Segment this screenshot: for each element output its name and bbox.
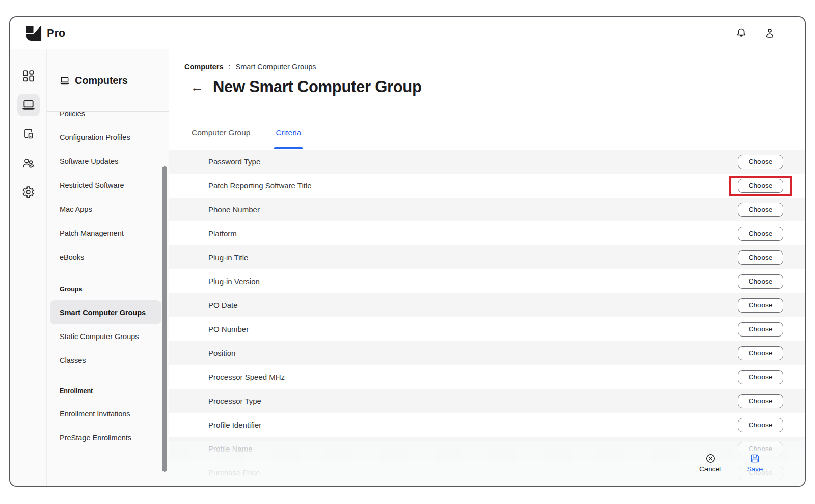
sidebar-item[interactable]: Restricted Software [47,173,169,197]
criteria-label: Plug-in Title [208,253,738,262]
sidebar-item-label: Static Computer Groups [60,330,139,343]
criteria-label: Plug-in Version [208,277,738,286]
sidebar-item[interactable]: Classes [47,348,169,372]
users-icon[interactable] [17,152,40,174]
breadcrumb-current[interactable]: Smart Computer Groups [236,63,316,71]
choose-button[interactable]: Choose [738,250,783,265]
dashboard-icon[interactable] [17,65,40,87]
criteria-row: PO Date Choose [169,293,805,317]
sidebar-item-label: Enrollment Invitations [60,408,130,420]
back-arrow-icon[interactable]: ← [191,80,204,94]
save-floppy-icon [750,454,760,463]
criteria-label: Position [208,349,738,357]
criteria-row: PO Number Choose [169,317,805,341]
notification-bell-icon[interactable] [735,26,748,40]
criteria-label: Processor Speed MHz [208,373,738,381]
user-account-icon[interactable] [763,26,776,40]
criteria-label: PO Number [208,325,738,333]
sidebar-item-label: Mac Apps [60,203,92,215]
sidebar-item[interactable]: Configuration Profiles [47,125,169,149]
criteria-row: Processor Speed MHz Choose [169,365,805,389]
choose-button[interactable]: Choose [738,394,783,408]
sidebar-item[interactable]: Groups [47,282,169,297]
app-body: Policies Configuration Profiles Software… [10,49,805,486]
save-button[interactable]: Save [742,454,768,473]
criteria-row: Position Choose [169,341,805,365]
sidebar-item[interactable]: Enrollment Invitations [47,402,169,426]
settings-gear-icon[interactable] [17,181,40,203]
criteria-row: Phone Number Choose [169,198,805,221]
sidebar-item-label: Smart Computer Groups [60,306,146,319]
criteria-label: Patch Reporting Software Title [208,181,738,190]
criteria-label: Phone Number [208,205,738,214]
criteria-label: Password Type [208,157,738,166]
page-title: New Smart Computer Group [213,78,422,96]
breadcrumb-separator: : [229,63,231,71]
app-logo-text: Pro [47,26,65,40]
criteria-row: Plug-in Version Choose [169,269,805,293]
tab[interactable]: Computer Group [192,128,250,149]
criteria-row: Patch Reporting Software Title Choose [169,174,805,198]
tab-bar: Computer Group Criteria [169,109,805,149]
criteria-row: Platform Choose [169,221,805,245]
sidebar-item[interactable]: Enrollment [47,383,169,399]
sidebar-item-label: PreStage Enrollments [60,432,131,444]
choose-button[interactable]: Choose [738,346,783,360]
tab-label: Criteria [276,128,301,137]
app-logo: Pro [25,25,65,42]
main-content: Computers : Smart Computer Groups ← New … [169,49,805,486]
criteria-label: Platform [208,229,738,238]
tab[interactable]: Criteria [276,128,301,149]
tab-label: Computer Group [192,128,250,137]
criteria-label: PO Date [208,301,738,310]
choose-button[interactable]: Choose [738,370,783,384]
cancel-label: Cancel [699,465,721,473]
sidebar-item[interactable]: Static Computer Groups [47,324,169,348]
action-footer: Cancel Save [169,441,805,486]
sidebar-header: Computers [47,49,169,112]
choose-button[interactable]: Choose [738,227,783,241]
criteria-label: Profile Identifier [208,421,738,429]
icon-rail [10,49,47,486]
criteria-row: Processor Type Choose [169,389,805,413]
cancel-button[interactable]: Cancel [697,454,723,473]
sidebar-item-label: Patch Management [60,227,124,239]
sidebar-item[interactable]: PreStage Enrollments [47,426,169,450]
choose-button[interactable]: Choose [738,322,783,337]
choose-button[interactable]: Choose [738,418,783,432]
sidebar-item-label: eBooks [60,251,84,263]
criteria-row: Plug-in Title Choose [169,245,805,269]
breadcrumb: Computers : Smart Computer Groups [184,63,316,71]
choose-button[interactable]: Choose [738,274,783,289]
computers-icon[interactable] [17,94,40,116]
save-label: Save [747,465,763,473]
criteria-row: Password Type Choose [169,150,805,174]
sidebar-item[interactable]: Patch Management [47,221,169,245]
laptop-icon [60,75,70,86]
breadcrumb-parent[interactable]: Computers [184,63,224,71]
sidebar-list: Policies Configuration Profiles Software… [47,49,169,486]
criteria-label: Processor Type [208,397,738,405]
choose-button[interactable]: Choose [738,298,783,313]
header-actions [735,26,776,40]
sidebar-item-label: Restricted Software [60,179,124,191]
sidebar-item-label: Classes [60,354,86,367]
sidebar-title: Computers [75,75,128,87]
sidebar-item-label: Enrollment [60,385,93,397]
sidebar-item-label: Configuration Profiles [60,131,130,144]
choose-button[interactable]: Choose [738,203,783,217]
sidebar-item-label: Groups [60,283,82,295]
criteria-list: Password Type Choose Patch Reporting Sof… [169,150,805,486]
sidebar-item[interactable]: Mac Apps [47,197,169,221]
sidebar-item[interactable]: Software Updates [47,149,169,173]
app-header: Pro [10,17,805,49]
devices-icon[interactable] [17,123,40,145]
sidebar-item[interactable]: Smart Computer Groups [50,300,161,324]
sidebar-item-label: Software Updates [60,155,118,167]
choose-button[interactable]: Choose [738,179,783,193]
title-row: ← New Smart Computer Group [191,78,422,96]
sidebar-scrollbar-thumb[interactable] [162,166,167,472]
sidebar: Policies Configuration Profiles Software… [47,49,169,486]
choose-button[interactable]: Choose [738,155,783,169]
sidebar-item[interactable]: eBooks [47,245,169,269]
